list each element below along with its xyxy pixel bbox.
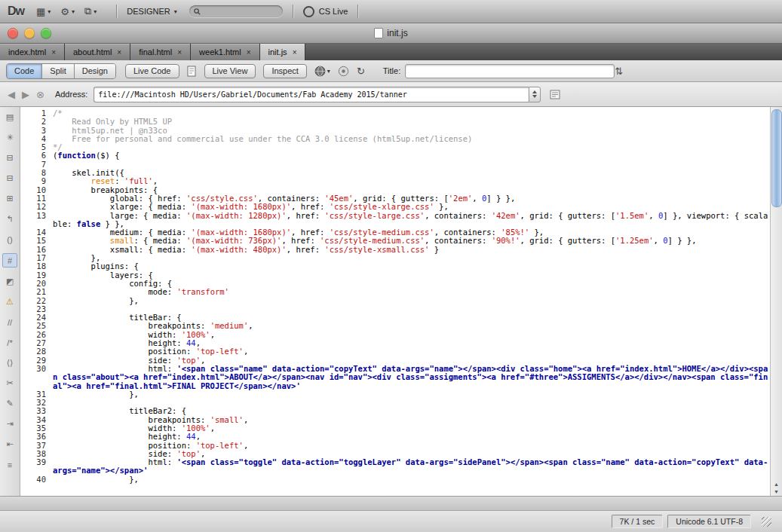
code-text[interactable]: reset: 'full', [53, 177, 770, 185]
application-bar: Dw ▦ ▾ ⚙ ▾ ⧉ ▾ DESIGNER ▾ CS Live [0, 0, 782, 23]
open-documents-icon[interactable]: ▤ [3, 111, 17, 124]
cs-live-button[interactable]: CS Live [303, 6, 348, 17]
code-text[interactable]: (function($) { [53, 151, 770, 160]
balance-braces-icon[interactable]: () [3, 233, 17, 246]
format-source-code-icon[interactable]: ≡ [3, 458, 17, 471]
code-line: 39 html: '<span class="toggle" data-acti… [20, 458, 770, 475]
expand-all-icon[interactable]: ⊞ [3, 192, 17, 205]
editor-area: ▤✳⊟⊟⊞↰()#◩⚠///*⟨⟩✂✎⇥⇤≡ 1/*2 Read Only by… [0, 107, 782, 496]
site-menu-button[interactable]: ⧉ ▾ [84, 5, 97, 17]
line-number: 6 [20, 151, 53, 160]
scrollbar-arrows[interactable]: ▲▼ [771, 482, 782, 494]
code-text[interactable]: }, [53, 297, 770, 305]
code-text[interactable]: xsmall: { media: '(max-width: 480px)', h… [53, 246, 770, 254]
vertical-scrollbar[interactable]: ▲▼ [770, 107, 782, 496]
code-text[interactable]: }, [53, 475, 770, 484]
code-text[interactable]: skel.init({ [53, 169, 770, 177]
recent-snippets-icon[interactable]: ✂ [3, 377, 17, 390]
minimize-window-button[interactable] [24, 28, 35, 38]
code-text[interactable]: html: '<span class="name" data-action="c… [53, 365, 770, 390]
move-css-icon[interactable]: ✎ [3, 397, 17, 410]
indent-code-icon[interactable]: ⇥ [3, 417, 17, 430]
extend-menu-button[interactable]: ⚙ ▾ [60, 6, 75, 17]
scrollbar-thumb[interactable] [771, 109, 782, 207]
tab-close-icon[interactable]: × [51, 48, 56, 57]
tab-label: index.html [8, 47, 46, 57]
line-number: 39 [20, 458, 53, 475]
highlight-invalid-code-icon[interactable]: ◩ [3, 275, 17, 288]
view-options-icon[interactable] [550, 90, 560, 99]
scroll-down-icon[interactable]: ▼ [774, 489, 779, 494]
scroll-up-icon[interactable]: ▲ [774, 482, 779, 487]
code-text[interactable] [53, 161, 770, 169]
tab-week1.html[interactable]: week1.html× [191, 44, 259, 60]
code-text[interactable]: large: { media: '(max-width: 1280px)', h… [53, 212, 770, 229]
address-input[interactable] [94, 87, 529, 102]
close-window-button[interactable] [8, 28, 18, 38]
tab-index.html[interactable]: index.html× [0, 44, 65, 60]
line-numbers-icon[interactable]: # [2, 253, 17, 268]
code-editor[interactable]: 1/*2 Read Only by HTML5 UP3 html5up.net … [20, 107, 770, 496]
live-view-button[interactable]: Live View [204, 64, 256, 78]
line-number: 3 [20, 127, 53, 135]
code-view-button[interactable]: Code [7, 64, 42, 78]
back-icon[interactable]: ◀ [8, 89, 15, 100]
tab-about.html[interactable]: about.html× [65, 44, 130, 60]
collapse-selection-icon[interactable]: ⊟ [3, 172, 17, 185]
tab-init.js[interactable]: init.js× [260, 44, 306, 60]
line-number: 8 [20, 169, 53, 177]
layout-switcher-button[interactable]: ▦ ▾ [36, 6, 51, 17]
chevron-down-icon: ▾ [327, 68, 330, 75]
syntax-error-alerts-icon[interactable]: ⚠ [3, 295, 17, 308]
line-number: 9 [20, 177, 53, 185]
code-text[interactable]: */ [53, 143, 770, 151]
remove-comment-icon[interactable]: /* [3, 336, 17, 349]
outdent-code-icon[interactable]: ⇤ [3, 438, 17, 451]
search-input[interactable] [189, 5, 283, 17]
forward-icon[interactable]: ▶ [22, 89, 29, 100]
refresh-icon[interactable]: ↻ [357, 66, 365, 77]
view-mode-group: CodeSplitDesign [6, 63, 116, 79]
tab-close-icon[interactable]: × [117, 48, 121, 57]
tab-close-icon[interactable]: × [247, 48, 251, 57]
code-text[interactable]: }, [53, 254, 770, 262]
collapse-full-tag-icon[interactable]: ⊟ [3, 151, 17, 164]
title-input[interactable] [405, 64, 615, 78]
line-number: 36 [20, 433, 53, 441]
encoding-status: Unicode 6.1 UTF-8 [667, 515, 751, 528]
cs-live-label: CS Live [319, 7, 348, 16]
code-text[interactable]: html: '<span class="toggle" data-action=… [53, 458, 770, 475]
stepper-up-icon [532, 90, 537, 93]
browser-navigation-bar: ◀ ▶ ⊗ Address: [0, 82, 782, 107]
code-text[interactable]: mode: 'transform' [53, 288, 770, 296]
split-view-button[interactable]: Split [42, 64, 74, 78]
address-stepper[interactable] [529, 87, 541, 102]
line-number: 4 [20, 135, 53, 143]
wrap-tag-icon[interactable]: ⟨⟩ [3, 356, 17, 369]
tab-final.html[interactable]: final.html× [130, 44, 191, 60]
document-size-status: 7K / 1 sec [612, 515, 664, 528]
tab-close-icon[interactable]: × [177, 48, 182, 57]
tab-close-icon[interactable]: × [293, 48, 297, 57]
toolbar-divider [357, 5, 358, 18]
workspace-switcher-button[interactable]: DESIGNER ▾ [127, 7, 176, 16]
stop-icon[interactable]: ⊗ [36, 89, 44, 100]
check-browser-compatibility-icon[interactable] [187, 66, 197, 77]
zoom-window-button[interactable] [41, 28, 51, 38]
file-management-icon[interactable]: ⇅ [615, 66, 623, 77]
inspect-button[interactable]: Inspect [263, 64, 306, 78]
code-navigator-icon[interactable]: ✳ [3, 131, 17, 144]
code-text[interactable]: plugins: { [53, 262, 770, 271]
validate-markup-icon[interactable] [338, 66, 349, 77]
design-view-button[interactable]: Design [75, 64, 115, 78]
select-parent-tag-icon[interactable]: ↰ [3, 212, 17, 225]
resize-grip[interactable] [762, 517, 771, 527]
code-text[interactable]: Free for personal and commercial use und… [53, 135, 770, 143]
code-text[interactable]: }, [53, 390, 770, 399]
workspace-label: DESIGNER [127, 7, 170, 16]
window-title-group: init.js [0, 28, 782, 38]
live-code-button[interactable]: Live Code [125, 64, 179, 78]
apply-comment-icon[interactable]: // [3, 316, 17, 329]
stepper-down-icon [532, 95, 537, 98]
preview-in-browser-icon[interactable]: ▾ [314, 66, 330, 77]
